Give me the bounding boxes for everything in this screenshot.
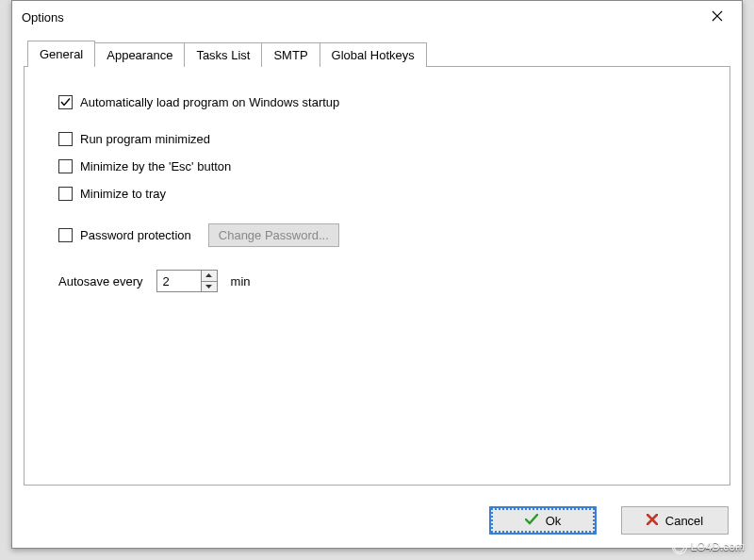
tab-tasks-list[interactable]: Tasks List <box>184 42 262 67</box>
cancel-button[interactable]: Cancel <box>621 506 729 535</box>
close-button[interactable] <box>697 3 738 31</box>
ok-button-label: Ok <box>546 514 562 528</box>
title-bar: Options <box>12 1 742 33</box>
window-title: Options <box>22 10 64 25</box>
option-run-minimized: Run program minimized <box>58 132 696 146</box>
label-run-minimized: Run program minimized <box>80 132 210 146</box>
viewport: Options General Appearance Tasks List SM… <box>0 0 754 560</box>
cancel-button-label: Cancel <box>665 514 703 528</box>
option-autosave: Autosave every min <box>58 270 696 292</box>
tab-smtp[interactable]: SMTP <box>261 42 320 67</box>
tab-panel-general: Automatically load program on Windows st… <box>24 66 730 486</box>
chevron-down-icon <box>205 285 212 288</box>
dialog-footer: Ok Cancel <box>489 506 729 535</box>
spinner-down-button[interactable] <box>202 282 217 292</box>
checkbox-auto-startup[interactable] <box>58 95 73 109</box>
close-icon <box>712 10 723 25</box>
spinner-buttons <box>201 271 217 291</box>
checkbox-run-minimized[interactable] <box>58 132 73 146</box>
spinner-up-button[interactable] <box>202 271 217 282</box>
cross-icon <box>647 514 658 528</box>
chevron-up-icon <box>205 273 212 277</box>
change-password-button[interactable]: Change Password... <box>208 223 339 247</box>
option-auto-startup: Automatically load program on Windows st… <box>58 95 696 109</box>
option-password-protection: Password protection Change Password... <box>58 223 696 247</box>
label-auto-startup: Automatically load program on Windows st… <box>80 95 339 109</box>
label-minimize-tray: Minimize to tray <box>80 187 166 201</box>
label-minimize-esc: Minimize by the 'Esc' button <box>80 159 231 173</box>
tab-strip: General Appearance Tasks List SMTP Globa… <box>27 41 730 67</box>
spinner-autosave <box>156 270 218 292</box>
checkmark-icon <box>525 514 538 528</box>
client-area: General Appearance Tasks List SMTP Globa… <box>12 33 742 548</box>
option-minimize-tray: Minimize to tray <box>58 187 696 201</box>
check-icon <box>60 97 71 107</box>
checkbox-password-protection[interactable] <box>58 228 73 242</box>
option-minimize-esc: Minimize by the 'Esc' button <box>58 159 696 173</box>
tab-global-hotkeys[interactable]: Global Hotkeys <box>320 42 427 67</box>
autosave-input[interactable] <box>157 271 201 291</box>
label-password-protection: Password protection <box>80 228 191 242</box>
checkbox-minimize-esc[interactable] <box>58 159 73 173</box>
tab-appearance[interactable]: Appearance <box>94 42 185 67</box>
label-autosave: Autosave every <box>58 274 143 288</box>
tab-general[interactable]: General <box>27 41 95 67</box>
options-dialog: Options General Appearance Tasks List SM… <box>11 0 743 549</box>
ok-button[interactable]: Ok <box>489 506 597 535</box>
checkbox-minimize-tray[interactable] <box>58 187 73 201</box>
label-autosave-unit: min <box>231 274 251 288</box>
